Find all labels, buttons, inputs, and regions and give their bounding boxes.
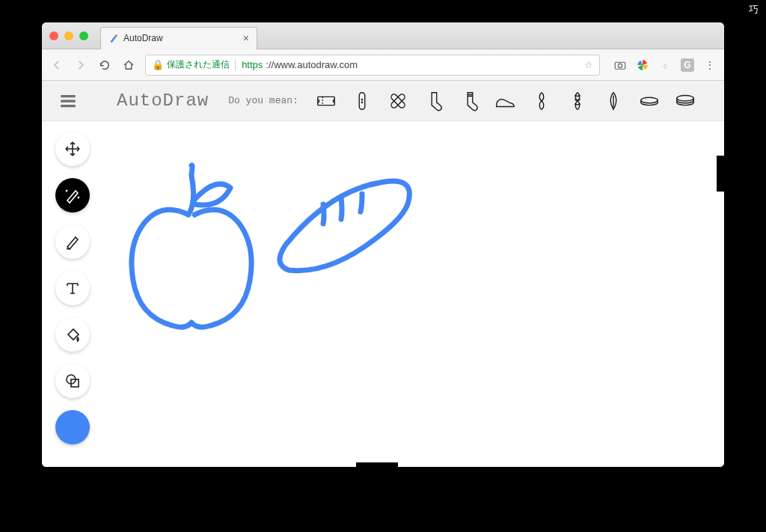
suggestion-almond-icon[interactable]	[602, 90, 625, 112]
svg-point-15	[641, 97, 658, 103]
suggestion-coin-stack-icon[interactable]	[674, 90, 696, 112]
do-you-mean-label: Do you mean:	[228, 95, 298, 106]
scrollbar-vertical[interactable]	[717, 156, 724, 192]
reload-button[interactable]	[97, 58, 112, 73]
scrollbar-horizontal[interactable]	[356, 462, 398, 467]
svg-rect-11	[390, 93, 405, 108]
pinwheel-icon[interactable]	[636, 58, 649, 72]
camera-icon[interactable]	[613, 58, 627, 72]
minimize-window-button[interactable]	[64, 31, 73, 40]
os-menubar-right: 巧	[749, 3, 759, 16]
svg-rect-5	[318, 97, 335, 105]
tab-autodraw[interactable]: AutoDraw ×	[100, 27, 257, 49]
svg-point-9	[361, 102, 362, 103]
favicon	[108, 33, 119, 43]
svg-rect-7	[359, 92, 365, 109]
autodraw-app: AutoDraw Do you mean:	[42, 81, 724, 467]
suggestion-coin-icon[interactable]	[638, 90, 661, 112]
dropbox-icon[interactable]: ⬨	[658, 58, 672, 72]
svg-point-1	[618, 64, 622, 67]
suggestion-peanut-icon[interactable]	[530, 90, 553, 112]
fullscreen-window-button[interactable]	[79, 31, 88, 40]
tab-title: AutoDraw	[123, 33, 163, 43]
browser-menu-icon[interactable]: ⋮	[703, 58, 717, 72]
address-bar-row: 🔒 保護された通信 │ https ://www.autodraw.com ☆ …	[42, 49, 724, 81]
url-rest: ://www.autodraw.com	[266, 59, 358, 70]
svg-point-8	[361, 99, 362, 100]
svg-point-16	[677, 95, 694, 101]
url-protocol: https	[242, 59, 263, 70]
window-controls	[49, 31, 88, 40]
app-toolbar: AutoDraw Do you mean:	[42, 81, 724, 121]
bookmark-star-icon[interactable]: ☆	[584, 59, 593, 70]
close-tab-icon[interactable]: ×	[243, 32, 249, 44]
suggestions-row	[315, 90, 708, 112]
menu-icon[interactable]	[58, 91, 78, 111]
close-window-button[interactable]	[49, 31, 58, 40]
browser-window: AutoDraw × 🔒 保護された通信 │ https ://www.auto…	[42, 22, 724, 467]
extensions: ⬨ G ⋮	[613, 58, 717, 72]
tab-bar: AutoDraw ×	[42, 22, 724, 49]
back-button[interactable]	[49, 58, 64, 73]
suggestion-sock-ribbed-icon[interactable]	[459, 90, 481, 112]
suggestion-ticket-icon[interactable]	[315, 90, 337, 112]
suggestion-sock-icon[interactable]	[423, 90, 445, 112]
home-button[interactable]	[121, 58, 136, 73]
suggestion-peanut-textured-icon[interactable]	[566, 90, 589, 112]
svg-rect-10	[390, 93, 405, 108]
secure-label: 保護された通信	[167, 58, 230, 71]
lock-icon: 🔒	[152, 59, 164, 70]
suggestion-bandage-icon[interactable]	[351, 90, 373, 112]
suggestion-bandage-cross-icon[interactable]	[387, 90, 409, 112]
suggestion-shoe-icon[interactable]	[494, 90, 517, 112]
canvas-area[interactable]	[42, 121, 724, 467]
drawing-canvas[interactable]	[42, 121, 724, 467]
address-bar[interactable]: 🔒 保護された通信 │ https ://www.autodraw.com ☆	[145, 55, 600, 76]
forward-button[interactable]	[73, 58, 88, 73]
g-extension-icon[interactable]: G	[681, 58, 694, 72]
app-title: AutoDraw	[117, 91, 209, 111]
